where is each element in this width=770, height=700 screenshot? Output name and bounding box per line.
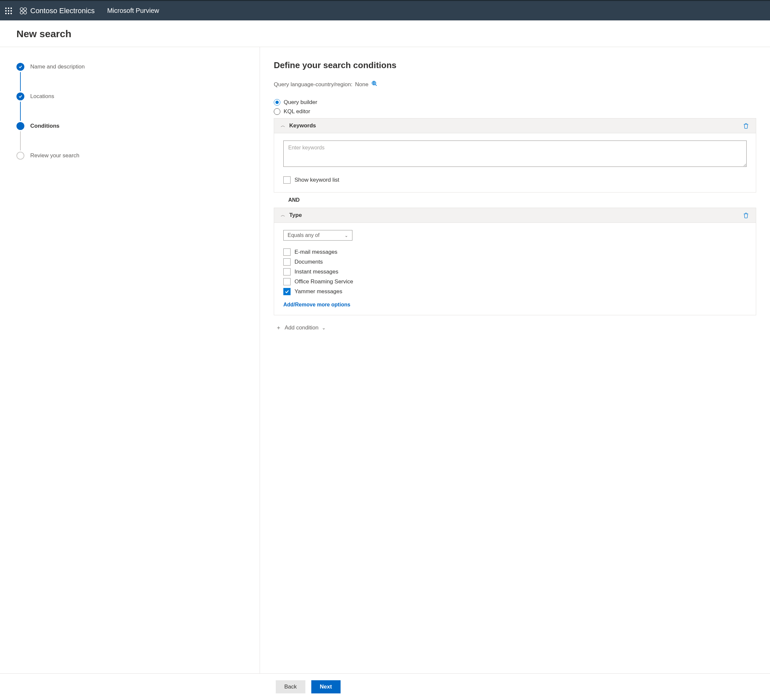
app-launcher-icon[interactable]	[5, 7, 13, 15]
page-heading: New search	[0, 20, 770, 47]
checkbox-label: Instant messages	[294, 269, 338, 275]
checkbox-label: Show keyword list	[294, 177, 339, 183]
radio-kql-editor[interactable]: KQL editor	[274, 107, 756, 116]
radio-query-builder[interactable]: Query builder	[274, 98, 756, 107]
type-option-email[interactable]: E-mail messages	[283, 247, 747, 257]
check-icon	[16, 63, 24, 71]
checkbox-icon	[283, 268, 291, 275]
type-option-yammer[interactable]: Yammer messages	[283, 287, 747, 297]
chevron-down-icon: ⌄	[322, 325, 326, 331]
radio-icon	[274, 99, 280, 105]
step-conditions[interactable]: Conditions	[16, 121, 243, 131]
chevron-up-icon: ︿	[281, 212, 285, 218]
step-review[interactable]: Review your search	[16, 151, 243, 161]
add-condition-button[interactable]: ＋ Add condition ⌄	[274, 315, 756, 340]
sidebar: Name and description Locations Condition…	[0, 47, 260, 673]
delete-icon[interactable]	[742, 122, 749, 129]
step-label: Conditions	[30, 123, 60, 129]
brand-logo-icon	[19, 6, 28, 15]
chevron-down-icon: ⌄	[345, 233, 348, 238]
card-title: Type	[289, 212, 302, 219]
radio-label: Query builder	[284, 99, 317, 105]
query-mode-radio-group: Query builder KQL editor	[274, 98, 756, 116]
add-remove-options-link[interactable]: Add/Remove more options	[283, 302, 351, 308]
type-card-header[interactable]: ︿ Type	[274, 208, 756, 223]
checkbox-icon	[283, 258, 291, 266]
wizard-footer: Back Next	[0, 673, 770, 700]
show-keyword-list-checkbox[interactable]: Show keyword list	[283, 175, 747, 185]
step-label: Name and description	[30, 63, 84, 70]
step-locations[interactable]: Locations	[16, 91, 243, 102]
globe-edit-icon[interactable]	[371, 80, 378, 89]
wizard-steps: Name and description Locations Condition…	[16, 62, 243, 161]
and-separator: AND	[274, 193, 756, 207]
type-option-office-roaming[interactable]: Office Roaming Service	[283, 277, 747, 287]
next-button[interactable]: Next	[311, 680, 341, 694]
radio-icon	[274, 108, 280, 115]
keywords-card-body: Show keyword list	[274, 133, 756, 192]
brand-name: Contoso Electronics	[30, 6, 95, 15]
svg-point-1	[24, 8, 27, 11]
main: Name and description Locations Condition…	[0, 47, 770, 673]
chevron-up-icon: ︿	[281, 123, 285, 129]
brand: Contoso Electronics	[19, 6, 95, 15]
plus-icon: ＋	[276, 324, 281, 331]
type-option-instant-messages[interactable]: Instant messages	[283, 267, 747, 277]
content: Define your search conditions Query lang…	[260, 47, 770, 673]
type-card-body: Equals any of ⌄ E-mail messages Document…	[274, 223, 756, 315]
svg-point-2	[20, 11, 23, 14]
step-name-and-description[interactable]: Name and description	[16, 62, 243, 72]
checkbox-icon	[283, 288, 291, 295]
content-heading: Define your search conditions	[274, 60, 756, 70]
query-lang-value: None	[355, 81, 369, 88]
back-button[interactable]: Back	[276, 680, 306, 694]
topbar: Contoso Electronics Microsoft Purview	[0, 0, 770, 20]
checkbox-label: Office Roaming Service	[294, 279, 353, 285]
keywords-card: ︿ Keywords Show keyword list	[274, 118, 756, 193]
checkbox-label: Yammer messages	[294, 288, 342, 295]
operator-select[interactable]: Equals any of ⌄	[283, 230, 353, 241]
radio-label: KQL editor	[284, 108, 310, 115]
checkbox-label: E-mail messages	[294, 249, 337, 255]
type-option-documents[interactable]: Documents	[283, 257, 747, 267]
type-card: ︿ Type Equals any of ⌄ E-mail messages	[274, 207, 756, 315]
add-condition-label: Add condition	[285, 324, 319, 331]
query-lang-label: Query language-country/region:	[274, 81, 353, 88]
keywords-card-header[interactable]: ︿ Keywords	[274, 118, 756, 133]
circle-icon	[16, 152, 24, 160]
operator-value: Equals any of	[288, 232, 320, 238]
step-label: Review your search	[30, 152, 79, 159]
card-title: Keywords	[289, 122, 316, 129]
checkbox-icon	[283, 177, 291, 184]
checkbox-label: Documents	[294, 259, 323, 265]
svg-point-3	[24, 11, 27, 14]
keywords-input[interactable]	[283, 141, 747, 167]
product-name: Microsoft Purview	[107, 7, 159, 15]
query-language-region: Query language-country/region: None	[274, 80, 756, 89]
svg-point-0	[20, 8, 23, 11]
checkbox-icon	[283, 248, 291, 256]
dot-icon	[16, 122, 24, 130]
check-icon	[16, 92, 24, 100]
checkbox-icon	[283, 278, 291, 285]
delete-icon[interactable]	[742, 212, 749, 219]
page-title: New search	[16, 28, 754, 39]
step-label: Locations	[30, 93, 54, 100]
